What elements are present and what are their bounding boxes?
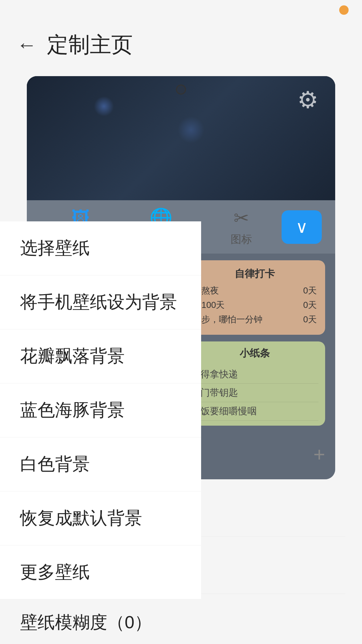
orange-widget-title: 自律打卡 (193, 267, 317, 281)
orange-row-2: 戒100天 0天 (193, 299, 317, 311)
page-title: 定制主页 (47, 30, 133, 59)
back-button[interactable]: ← (17, 35, 37, 55)
status-indicator (339, 5, 349, 15)
orange-value-3: 0天 (303, 314, 317, 325)
menu-overlay: 选择壁纸 将手机壁纸设为背景 花瓣飘落背景 蓝色海豚背景 白色背景 恢复成默认背… (0, 221, 201, 599)
dock-add-button[interactable]: + (313, 443, 325, 466)
expand-button[interactable]: ∨ (282, 210, 322, 244)
menu-item-more-wallpaper[interactable]: 更多壁纸 (0, 545, 201, 599)
status-bar (0, 0, 362, 20)
menu-item-select-wallpaper[interactable]: 选择壁纸 (0, 221, 201, 275)
note-title: 小纸条 (191, 346, 318, 360)
menu-item-dolphin[interactable]: 蓝色海豚背景 (0, 383, 201, 437)
orange-row-1: 不熬夜 0天 (193, 285, 317, 297)
note-item-3: 吃饭要细嚼慢咽 (191, 402, 318, 421)
menu-item-white[interactable]: 白色背景 (0, 437, 201, 491)
orange-value-2: 0天 (303, 299, 317, 311)
menu-item-phone-wallpaper[interactable]: 将手机壁纸设为背景 (0, 275, 201, 329)
menu-item-restore-default[interactable]: 恢复成默认背景 (0, 491, 201, 545)
page-header: ← 定制主页 (0, 20, 362, 69)
preview-background: ⚙ (27, 76, 335, 200)
habit-widget-orange: 自律打卡 不熬夜 0天 戒100天 0天 跑步，哪怕一分钟 0天 (184, 260, 325, 335)
orange-row-3: 跑步，哪怕一分钟 0天 (193, 314, 317, 325)
settings-icon[interactable]: ⚙ (297, 86, 318, 114)
icons-tab-icon: ✂ (234, 207, 249, 229)
menu-item-petal[interactable]: 花瓣飘落背景 (0, 329, 201, 383)
orange-label-3: 跑步，哪怕一分钟 (193, 314, 262, 325)
icons-tab-label: 图标 (231, 232, 252, 247)
note-item-1: 记得拿快递 (191, 365, 318, 384)
orange-value-1: 0天 (303, 285, 317, 297)
note-widget: 小纸条 记得拿快递 出门带钥匙 吃饭要细嚼慢咽 (184, 341, 325, 426)
camera-indicator (176, 85, 186, 95)
tab-icons[interactable]: ✂ 图标 (201, 207, 282, 247)
settings-item-blur[interactable]: 壁纸模糊度（0） (17, 594, 345, 644)
note-item-2: 出门带钥匙 (191, 384, 318, 402)
